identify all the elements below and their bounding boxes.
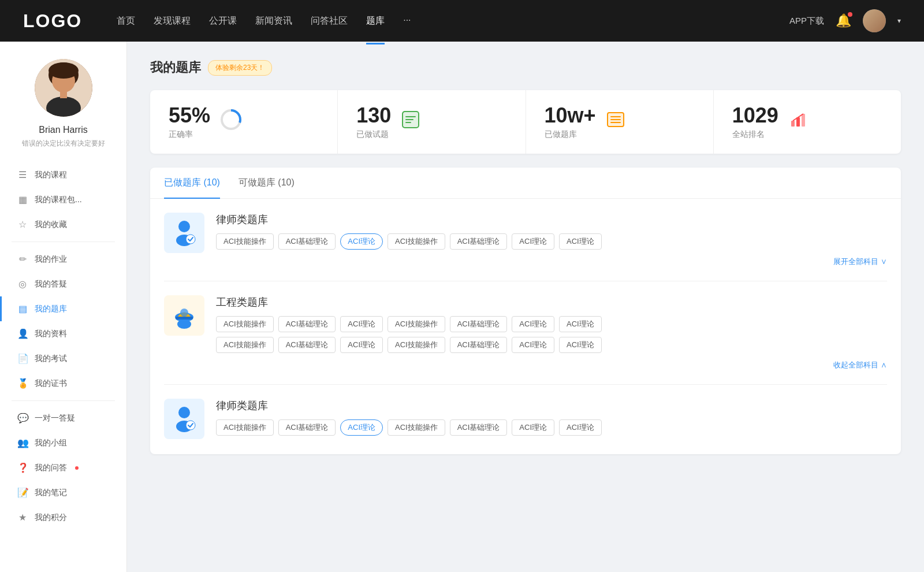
homework-icon: ✏	[17, 254, 28, 265]
navbar-right: APP下载 🔔 ▾	[789, 9, 901, 32]
sidebar-item-notes[interactable]: 📝 我的笔记	[0, 480, 126, 505]
sidebar-item-label: 我的题库	[35, 304, 67, 314]
tag-2-1[interactable]: ACI技能操作	[216, 316, 274, 332]
page-header: 我的题库 体验剩余23天！	[150, 59, 901, 76]
qbank-item-lawyer-1: 律师类题库 ACI技能操作 ACI基础理论 ACI理论 ACI技能操作 ACI基…	[164, 199, 887, 281]
tag-2-9[interactable]: ACI基础理论	[278, 337, 336, 353]
tag-1-6[interactable]: ACI理论	[512, 233, 554, 250]
tag-3-4[interactable]: ACI技能操作	[388, 419, 445, 436]
sidebar-item-points[interactable]: ★ 我的积分	[0, 505, 126, 530]
page-title: 我的题库	[150, 59, 201, 76]
qbank-info-1: 律师类题库 ACI技能操作 ACI基础理论 ACI理论 ACI技能操作 ACI基…	[216, 213, 887, 267]
tag-2-14[interactable]: ACI理论	[559, 337, 602, 353]
app-download-button[interactable]: APP下载	[789, 16, 824, 27]
tag-2-7[interactable]: ACI理论	[559, 316, 602, 332]
tag-1-3[interactable]: ACI理论	[340, 233, 383, 250]
tag-1-5[interactable]: ACI基础理论	[450, 233, 508, 250]
sidebar-item-my-qa[interactable]: ❓ 我的问答	[0, 455, 126, 480]
tab-done[interactable]: 已做题库 (10)	[164, 168, 220, 198]
stat-done-banks: 10w+ 已做题库	[526, 90, 714, 154]
tag-3-6[interactable]: ACI理论	[512, 419, 554, 436]
nav-news[interactable]: 新闻资讯	[255, 13, 292, 29]
divider-1	[12, 242, 115, 242]
tag-2-4[interactable]: ACI技能操作	[388, 316, 445, 332]
accuracy-chart-icon	[219, 108, 243, 135]
tag-2-13[interactable]: ACI理论	[512, 337, 554, 353]
nav-links: 首页 发现课程 公开课 新闻资讯 问答社区 题库 ···	[117, 13, 789, 29]
sidebar-item-label: 我的资料	[35, 329, 67, 339]
qbank-tags-2-row2: ACI技能操作 ACI基础理论 ACI理论 ACI技能操作 ACI基础理论 AC…	[216, 337, 887, 353]
tag-1-2[interactable]: ACI基础理论	[278, 233, 336, 250]
nav-home[interactable]: 首页	[117, 13, 135, 29]
tag-2-2[interactable]: ACI基础理论	[278, 316, 336, 332]
sidebar-avatar-image	[35, 59, 92, 117]
notification-bell[interactable]: 🔔	[836, 13, 851, 28]
favorites-icon: ☆	[17, 219, 28, 230]
engineer-icon	[170, 301, 199, 330]
tag-2-11[interactable]: ACI技能操作	[388, 337, 445, 353]
sidebar-item-label: 我的收藏	[35, 220, 67, 230]
navbar: LOGO 首页 发现课程 公开课 新闻资讯 问答社区 题库 ··· APP下载 …	[0, 0, 924, 42]
tag-3-1[interactable]: ACI技能操作	[216, 419, 274, 436]
svg-rect-17	[610, 119, 621, 120]
page-wrapper: Brian Harris 错误的决定比没有决定要好 ☰ 我的课程 ▦ 我的课程包…	[0, 42, 924, 572]
tag-1-1[interactable]: ACI技能操作	[216, 233, 274, 250]
svg-point-8	[226, 115, 236, 124]
sidebar-item-favorites[interactable]: ☆ 我的收藏	[0, 212, 126, 237]
tag-3-7[interactable]: ACI理论	[559, 419, 602, 436]
sidebar-item-certificates[interactable]: 🏅 我的证书	[0, 371, 126, 396]
tag-3-2[interactable]: ACI基础理论	[278, 419, 336, 436]
stat-done-questions: 130 已做试题	[338, 90, 526, 154]
avatar-svg	[35, 59, 92, 117]
sidebar-item-one-on-one[interactable]: 💬 一对一答疑	[0, 406, 126, 430]
qbank-item-engineer: 工程类题库 ACI技能操作 ACI基础理论 ACI理论 ACI技能操作 ACI基…	[164, 281, 887, 385]
svg-rect-19	[791, 121, 795, 127]
sidebar-user-motto: 错误的决定比没有决定要好	[22, 139, 105, 148]
sidebar-item-groups[interactable]: 👥 我的小组	[0, 430, 126, 455]
tag-2-12[interactable]: ACI基础理论	[450, 337, 508, 353]
stat-done-banks-label: 已做题库	[545, 129, 596, 140]
tag-1-7[interactable]: ACI理论	[559, 233, 602, 250]
qbank-title-2: 工程类题库	[216, 295, 887, 309]
trial-badge: 体验剩余23天！	[208, 60, 272, 76]
tag-1-4[interactable]: ACI技能操作	[388, 233, 445, 250]
nav-open[interactable]: 公开课	[209, 13, 237, 29]
tag-2-10[interactable]: ACI理论	[340, 337, 383, 353]
svg-rect-13	[405, 122, 411, 123]
avatar[interactable]	[863, 9, 886, 32]
qbank-collapse-2[interactable]: 收起全部科目 ∧	[216, 358, 887, 370]
qbank-expand-1[interactable]: 展开全部科目 ∨	[216, 254, 887, 267]
tag-3-5[interactable]: ACI基础理论	[450, 419, 508, 436]
sidebar-item-label: 我的问答	[35, 463, 67, 473]
sidebar-item-profile[interactable]: 👤 我的资料	[0, 321, 126, 346]
sidebar-item-questions[interactable]: ◎ 我的答疑	[0, 272, 126, 296]
certs-icon: 🏅	[17, 378, 28, 389]
sidebar-item-exams[interactable]: 📄 我的考试	[0, 346, 126, 371]
done-questions-icon	[400, 109, 421, 134]
tag-2-5[interactable]: ACI基础理论	[450, 316, 508, 332]
svg-point-22	[178, 221, 190, 232]
packages-icon: ▦	[17, 194, 28, 205]
svg-rect-16	[610, 116, 621, 117]
nav-discover[interactable]: 发现课程	[154, 13, 191, 29]
nav-qa[interactable]: 问答社区	[311, 13, 348, 29]
tab-available[interactable]: 可做题库 (10)	[239, 168, 295, 198]
sidebar-item-course-packages[interactable]: ▦ 我的课程包...	[0, 187, 126, 212]
tag-2-8[interactable]: ACI技能操作	[216, 337, 274, 353]
svg-rect-26	[176, 317, 193, 320]
sidebar-user-name: Brian Harris	[39, 125, 87, 135]
tag-2-3[interactable]: ACI理论	[340, 316, 383, 332]
main-content: 我的题库 体验剩余23天！ 55% 正确率	[127, 42, 924, 572]
notification-dot	[848, 12, 852, 17]
svg-rect-11	[405, 116, 416, 117]
sidebar-item-my-courses[interactable]: ☰ 我的课程	[0, 162, 126, 187]
sidebar-item-homework[interactable]: ✏ 我的作业	[0, 247, 126, 272]
nav-more[interactable]: ···	[403, 13, 411, 29]
avatar-dropdown-icon[interactable]: ▾	[897, 17, 901, 25]
nav-question-bank[interactable]: 题库	[366, 13, 385, 29]
lawyer-icon	[170, 218, 199, 247]
exams-icon: 📄	[17, 353, 28, 364]
sidebar-item-question-bank[interactable]: ▤ 我的题库	[0, 296, 126, 321]
tag-3-3[interactable]: ACI理论	[340, 419, 383, 436]
tag-2-6[interactable]: ACI理论	[512, 316, 554, 332]
